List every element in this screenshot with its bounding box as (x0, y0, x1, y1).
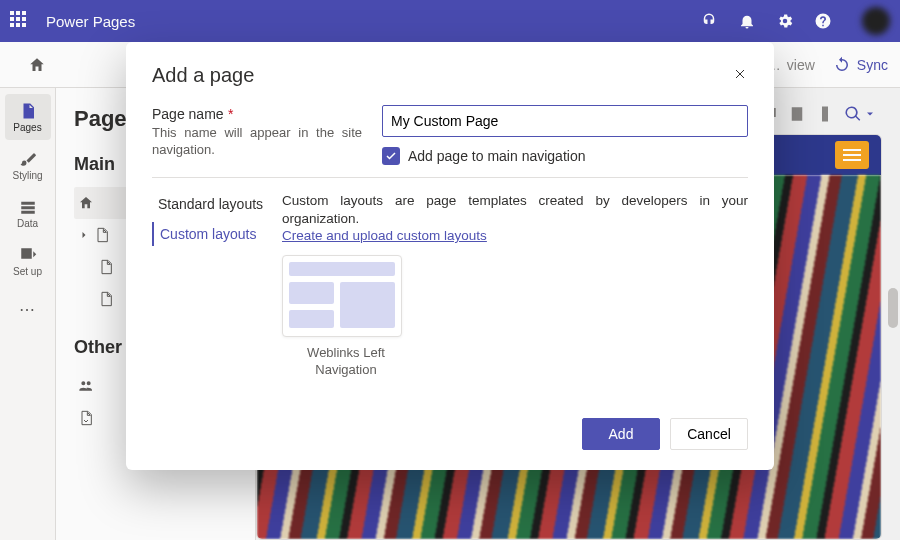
check-icon (385, 150, 397, 162)
add-button[interactable]: Add (582, 418, 660, 450)
tab-standard-layouts[interactable]: Standard layouts (152, 192, 270, 216)
tab-content: Custom layouts are page templates create… (282, 192, 748, 378)
create-layouts-link[interactable]: Create and upload custom layouts (282, 228, 487, 243)
modal-overlay: Add a page Page name * This name will ap… (0, 0, 900, 540)
custom-layout-desc: Custom layouts are page templates create… (282, 192, 748, 228)
layout-tabs: Standard layouts Custom layouts (152, 192, 270, 378)
add-to-nav-label: Add page to main navigation (408, 148, 585, 164)
close-button[interactable] (732, 66, 748, 86)
layout-card-weblinks-left[interactable]: Weblinks Left Navigation (282, 255, 410, 378)
divider (152, 177, 748, 178)
page-name-hint: This name will appear in the site naviga… (152, 125, 362, 159)
layout-thumbnail (282, 255, 402, 337)
dialog-title: Add a page (152, 64, 732, 87)
add-page-dialog: Add a page Page name * This name will ap… (126, 42, 774, 470)
layout-caption: Weblinks Left Navigation (282, 345, 410, 378)
cancel-button[interactable]: Cancel (670, 418, 748, 450)
add-to-nav-checkbox[interactable] (382, 147, 400, 165)
tab-custom-layouts[interactable]: Custom layouts (152, 222, 270, 246)
close-icon (732, 66, 748, 82)
page-name-input[interactable] (382, 105, 748, 137)
page-name-label: Page name (152, 106, 224, 122)
required-asterisk: * (228, 106, 233, 122)
